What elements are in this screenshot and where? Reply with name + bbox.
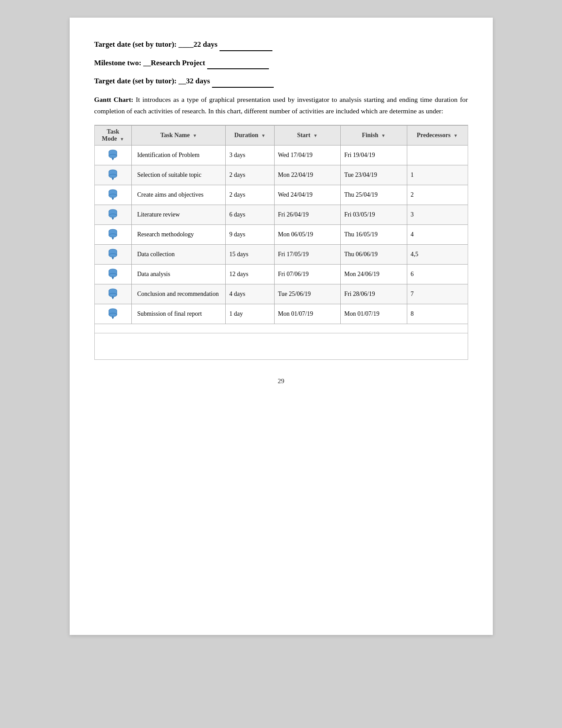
predecessors-cell: 4	[407, 225, 468, 245]
table-row: Research methodology9 daysMon 06/05/19Th…	[95, 225, 468, 245]
col-header-start[interactable]: Start ▼	[274, 126, 340, 146]
svg-marker-6	[112, 158, 114, 160]
svg-point-60	[109, 313, 117, 317]
task-mode-cell	[95, 165, 132, 185]
milestone-3-label: Target date (set by tutor): __	[94, 77, 186, 85]
duration-cell: 12 days	[226, 265, 274, 284]
table-row: Literature review6 daysFri 26/04/19Fri 0…	[95, 205, 468, 225]
gantt-table: TaskMode ▼ Task Name ▼ Duration ▼ Start …	[95, 125, 468, 324]
table-row: Conclusion and recommendation4 daysTue 2…	[95, 284, 468, 304]
task-mode-icon	[107, 188, 119, 202]
task-name-cell: Conclusion and recommendation	[132, 284, 226, 304]
milestone-2-value: Research Project	[151, 59, 205, 67]
duration-cell: 3 days	[226, 146, 274, 165]
table-extra-area	[95, 333, 468, 359]
start-cell: Mon 22/04/19	[274, 165, 340, 185]
predecessors-cell: 4,5	[407, 245, 468, 265]
svg-marker-41	[112, 258, 114, 259]
task-mode-icon	[107, 267, 119, 281]
milestone-1-blank	[220, 39, 272, 51]
task-name-cell: Create aims and objectives	[132, 185, 226, 205]
duration-cell: 9 days	[226, 225, 274, 245]
sort-arrow-finish: ▼	[381, 133, 386, 138]
svg-marker-55	[112, 297, 114, 299]
start-cell: Fri 07/06/19	[274, 265, 340, 284]
task-name-cell: Selection of suitable topic	[132, 165, 226, 185]
col-header-task-mode[interactable]: TaskMode ▼	[95, 126, 132, 146]
predecessors-cell: 3	[407, 205, 468, 225]
task-name-cell: Literature review	[132, 205, 226, 225]
milestone-3-blank	[212, 75, 274, 88]
finish-cell: Thu 16/05/19	[341, 225, 407, 245]
duration-cell: 2 days	[226, 185, 274, 205]
svg-point-4	[109, 154, 117, 158]
table-row: Data analysis12 daysFri 07/06/19Mon 24/0…	[95, 265, 468, 284]
predecessors-cell: 1	[407, 165, 468, 185]
page-number: 29	[94, 377, 468, 385]
gantt-intro: Gantt Chart: It introduces as a type of …	[94, 94, 468, 117]
start-cell: Wed 17/04/19	[274, 146, 340, 165]
finish-cell: Tue 23/04/19	[341, 165, 407, 185]
predecessors-cell: 7	[407, 284, 468, 304]
svg-point-18	[109, 194, 117, 198]
svg-marker-27	[112, 218, 114, 220]
col-header-finish[interactable]: Finish ▼	[341, 126, 407, 146]
start-cell: Fri 17/05/19	[274, 245, 340, 265]
milestone-1-label: Target date (set by tutor): ____	[94, 40, 194, 49]
finish-cell: Fri 28/06/19	[341, 284, 407, 304]
task-name-cell: Data collection	[132, 245, 226, 265]
gantt-body: It introduces as a type of graphical pre…	[94, 96, 468, 115]
task-mode-icon	[107, 247, 119, 261]
milestone-2-blank	[207, 57, 269, 70]
milestone-1-value: 22 days	[194, 40, 217, 49]
sort-arrow-duration: ▼	[261, 133, 265, 138]
finish-cell: Thu 25/04/19	[341, 185, 407, 205]
col-header-task-name[interactable]: Task Name ▼	[132, 126, 226, 146]
svg-point-46	[109, 273, 117, 277]
sort-arrow-task-name: ▼	[193, 133, 197, 138]
task-name-cell: Data analysis	[132, 265, 226, 284]
col-header-duration[interactable]: Duration ▼	[226, 126, 274, 146]
table-row: Data collection15 daysFri 17/05/19Thu 06…	[95, 245, 468, 265]
duration-cell: 2 days	[226, 165, 274, 185]
task-mode-icon	[107, 168, 119, 182]
svg-marker-13	[112, 178, 114, 180]
svg-point-25	[109, 214, 117, 217]
task-mode-icon	[107, 228, 119, 242]
milestone-line-2: Milestone two: __Research Project	[94, 57, 468, 70]
predecessors-cell	[407, 146, 468, 165]
sort-arrow-predecessors: ▼	[454, 133, 458, 138]
table-body: Identification of Problem3 daysWed 17/04…	[95, 146, 468, 324]
start-cell: Mon 01/07/19	[274, 304, 340, 324]
table-row: Create aims and objectives2 daysWed 24/0…	[95, 185, 468, 205]
task-mode-cell	[95, 146, 132, 165]
gantt-table-wrapper: TaskMode ▼ Task Name ▼ Duration ▼ Start …	[94, 125, 468, 360]
task-mode-cell	[95, 304, 132, 324]
col-header-predecessors[interactable]: Predecessors ▼	[407, 126, 468, 146]
finish-cell: Fri 03/05/19	[341, 205, 407, 225]
milestone-line-1: Target date (set by tutor): ____22 days	[94, 39, 468, 51]
svg-point-11	[109, 174, 117, 178]
task-name-cell: Identification of Problem	[132, 146, 226, 165]
duration-cell: 15 days	[226, 245, 274, 265]
svg-point-39	[109, 254, 117, 257]
svg-marker-62	[112, 317, 114, 319]
milestone-2-label: Milestone two: __	[94, 59, 151, 67]
task-mode-icon	[107, 208, 119, 222]
predecessors-cell: 8	[407, 304, 468, 324]
milestone-line-3: Target date (set by tutor): __32 days	[94, 75, 468, 88]
task-mode-icon	[107, 307, 119, 321]
page: Target date (set by tutor): ____22 days …	[70, 18, 493, 635]
sort-arrow-start: ▼	[313, 133, 318, 138]
task-mode-cell	[95, 205, 132, 225]
sort-arrow-task-mode: ▼	[120, 137, 124, 142]
duration-cell: 4 days	[226, 284, 274, 304]
start-cell: Fri 26/04/19	[274, 205, 340, 225]
task-mode-cell	[95, 265, 132, 284]
duration-cell: 6 days	[226, 205, 274, 225]
table-row: Selection of suitable topic2 daysMon 22/…	[95, 165, 468, 185]
svg-point-53	[109, 293, 117, 297]
duration-cell: 1 day	[226, 304, 274, 324]
milestone-3-value: 32 days	[186, 77, 210, 85]
task-mode-icon	[107, 287, 119, 301]
